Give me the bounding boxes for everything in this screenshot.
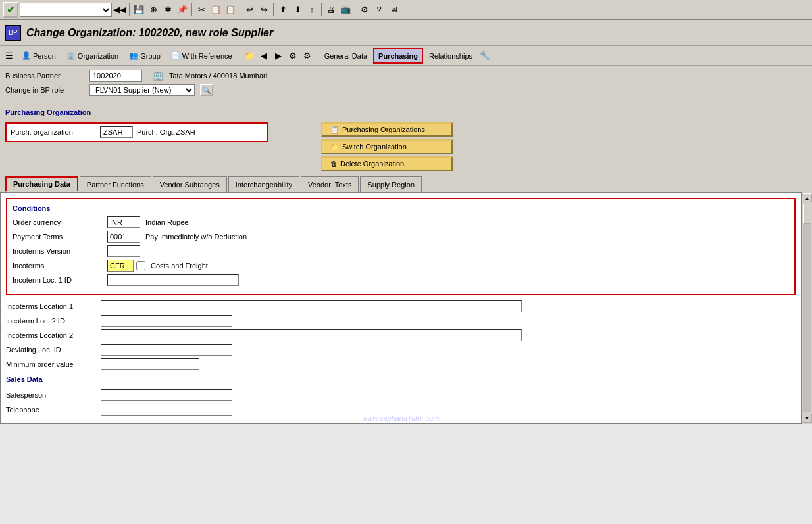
person-icon: 👤 bbox=[22, 51, 31, 60]
incoterms-text: Costs and Freight bbox=[151, 262, 208, 270]
toolbar-save-icon[interactable]: 💾 bbox=[132, 3, 145, 16]
order-currency-text: Indian Rupee bbox=[145, 218, 188, 226]
sep5 bbox=[321, 3, 322, 16]
toolbar-screen-icon[interactable]: 📺 bbox=[339, 3, 352, 16]
scrollbar-thumb[interactable] bbox=[803, 204, 811, 224]
nav-sep2 bbox=[317, 49, 317, 62]
change-bp-role-label: Change in BP role bbox=[5, 86, 84, 94]
bp-role-dropdown[interactable]: FLVN01 Supplier (New) bbox=[89, 84, 195, 96]
incoterms-version-input[interactable] bbox=[107, 245, 140, 257]
min-order-value-row: Minimum order value bbox=[6, 358, 796, 370]
nav-sep1 bbox=[240, 49, 240, 62]
incoterm-loc1-id-input[interactable] bbox=[107, 274, 239, 286]
nav-organization-button[interactable]: 🏢 Organization bbox=[62, 48, 123, 64]
conditions-title: Conditions bbox=[13, 204, 789, 212]
deviating-loc-id-row: Deviating Loc. ID bbox=[6, 344, 796, 356]
toolbar-cut-icon[interactable]: ✂ bbox=[195, 3, 208, 16]
incoterms-location2-input[interactable] bbox=[101, 329, 522, 341]
toolbar-nav2-icon[interactable]: ⬇ bbox=[291, 3, 304, 16]
switch-organization-button[interactable]: 📁 Switch Organization bbox=[321, 139, 453, 154]
nav-menu-icon[interactable]: ☰ bbox=[3, 49, 16, 62]
company-icon: 🏢 bbox=[153, 70, 164, 81]
telephone-label: Telephone bbox=[6, 406, 98, 414]
incoterms-version-label: Incoterms Version bbox=[13, 247, 105, 255]
incoterms-location1-row: Incoterms Location 1 bbox=[6, 300, 796, 312]
toolbar-pin-icon[interactable]: 📌 bbox=[176, 3, 189, 16]
bp-role-lookup-button[interactable]: 🔍 bbox=[200, 84, 213, 96]
deviating-loc-id-input[interactable] bbox=[101, 344, 232, 356]
toolbar-settings-icon[interactable]: ⚙ bbox=[358, 3, 371, 16]
nav-relationships-button[interactable]: Relationships bbox=[424, 48, 477, 64]
scrollbar-up-button[interactable]: ▲ bbox=[803, 193, 812, 202]
toolbar-back-icon[interactable]: ◀◀ bbox=[113, 3, 126, 16]
purch-org-buttons: 📋 Purchasing Organizations 📁 Switch Orga… bbox=[321, 122, 453, 171]
nav-purchasing-button[interactable]: Purchasing bbox=[373, 48, 423, 64]
tab-purchasing-data[interactable]: Purchasing Data bbox=[5, 176, 78, 192]
toolbar-monitor-icon[interactable]: 🖥 bbox=[387, 3, 400, 16]
toolbar-nav1-icon[interactable]: ⬆ bbox=[276, 3, 290, 16]
incoterms-label: Incoterms bbox=[13, 262, 105, 270]
salesperson-input[interactable] bbox=[101, 389, 232, 401]
nav-tools-icon[interactable]: 🔧 bbox=[478, 49, 492, 62]
incoterms-input[interactable] bbox=[107, 260, 134, 272]
toolbar-print-icon[interactable]: 🖨 bbox=[324, 3, 338, 16]
payment-terms-input[interactable] bbox=[107, 231, 140, 243]
tab-partner-functions[interactable]: Partner Functions bbox=[80, 176, 151, 192]
incoterms-location1-input[interactable] bbox=[101, 300, 522, 312]
toolbar-redo-icon[interactable]: ↪ bbox=[257, 3, 270, 16]
incoterms-checkbox[interactable] bbox=[136, 261, 145, 270]
incoterms-location2-label: Incoterms Location 2 bbox=[6, 331, 98, 339]
incoterms-version-row: Incoterms Version bbox=[13, 245, 789, 257]
switch-org-icon: 📁 bbox=[330, 143, 340, 151]
toolbar-nav3-icon[interactable]: ↕ bbox=[305, 3, 318, 16]
telephone-input[interactable] bbox=[101, 404, 232, 416]
payment-terms-label: Payment Terms bbox=[13, 233, 105, 241]
payment-terms-row: Payment Terms Pay Immediately w/o Deduct… bbox=[13, 231, 789, 243]
reference-icon: 📄 bbox=[171, 51, 180, 60]
tab-vendor-texts[interactable]: Vendor: Texts bbox=[301, 176, 359, 192]
tabs-container: Purchasing Data Partner Functions Vendor… bbox=[0, 174, 812, 192]
checkmark-button[interactable]: ✔ bbox=[3, 2, 18, 18]
sep2 bbox=[191, 3, 192, 16]
toolbar-paste-icon[interactable]: 📋 bbox=[224, 3, 237, 16]
toolbar-next-icon[interactable]: ✱ bbox=[161, 3, 174, 16]
nav-with-reference-button[interactable]: 📄 With Reference bbox=[166, 48, 237, 64]
min-order-value-input[interactable] bbox=[101, 358, 199, 370]
toolbar-copy-icon[interactable]: 📋 bbox=[209, 3, 222, 16]
tab-interchangeability[interactable]: Interchangeability bbox=[228, 176, 299, 192]
sep1 bbox=[129, 3, 130, 16]
group-icon: 👥 bbox=[129, 51, 138, 60]
tab-supply-region[interactable]: Supply Region bbox=[360, 176, 422, 192]
tabs-row: Purchasing Data Partner Functions Vendor… bbox=[5, 176, 807, 192]
company-name: Tata Motors / 400018 Mumbari bbox=[169, 72, 267, 80]
nav-gear2-icon[interactable]: ⚙ bbox=[301, 49, 314, 62]
tab-content-area: www.saphanaTutor.com Conditions Order cu… bbox=[0, 192, 812, 424]
min-order-value-label: Minimum order value bbox=[6, 360, 98, 368]
salesperson-label: Salesperson bbox=[6, 391, 98, 399]
order-currency-input[interactable] bbox=[107, 216, 140, 228]
nav-gear1-icon[interactable]: ⚙ bbox=[286, 49, 299, 62]
tab-vendor-subranges[interactable]: Vendor Subranges bbox=[153, 176, 227, 192]
nav-group-button[interactable]: 👥 Group bbox=[124, 48, 165, 64]
toolbar-prev-icon[interactable]: ⊕ bbox=[147, 3, 160, 16]
nav-folder-icon[interactable]: 📁 bbox=[243, 49, 256, 62]
delete-organization-button[interactable]: 🗑 Delete Organization bbox=[321, 156, 453, 171]
tab-content: www.saphanaTutor.com Conditions Order cu… bbox=[0, 192, 801, 424]
incoterm-loc2-id-label: Incoterm Loc. 2 ID bbox=[6, 317, 98, 325]
toolbar-dropdown[interactable] bbox=[20, 3, 112, 17]
order-currency-label: Order currency bbox=[13, 218, 105, 226]
nav-general-data-button[interactable]: General Data bbox=[320, 48, 372, 64]
toolbar-help-icon[interactable]: ? bbox=[372, 3, 386, 16]
incoterm-loc1-id-row: Incoterm Loc. 1 ID bbox=[13, 274, 789, 286]
incoterm-loc1-id-label: Incoterm Loc. 1 ID bbox=[13, 276, 105, 284]
incoterm-loc2-id-input[interactable] bbox=[101, 315, 232, 327]
purchasing-organizations-button[interactable]: 📋 Purchasing Organizations bbox=[321, 122, 453, 137]
purch-org-code[interactable]: ZSAH bbox=[100, 126, 133, 138]
scrollbar-down-button[interactable]: ▼ bbox=[803, 414, 812, 423]
nav-forward-icon[interactable]: ▶ bbox=[272, 49, 285, 62]
nav-back-icon[interactable]: ◀ bbox=[257, 49, 270, 62]
toolbar-undo-icon[interactable]: ↩ bbox=[243, 3, 256, 16]
payment-terms-text: Pay Immediately w/o Deduction bbox=[145, 233, 247, 241]
nav-person-button[interactable]: 👤 Person bbox=[17, 48, 61, 64]
purch-org-content: Purch. organization ZSAH Purch. Org. ZSA… bbox=[5, 122, 807, 171]
